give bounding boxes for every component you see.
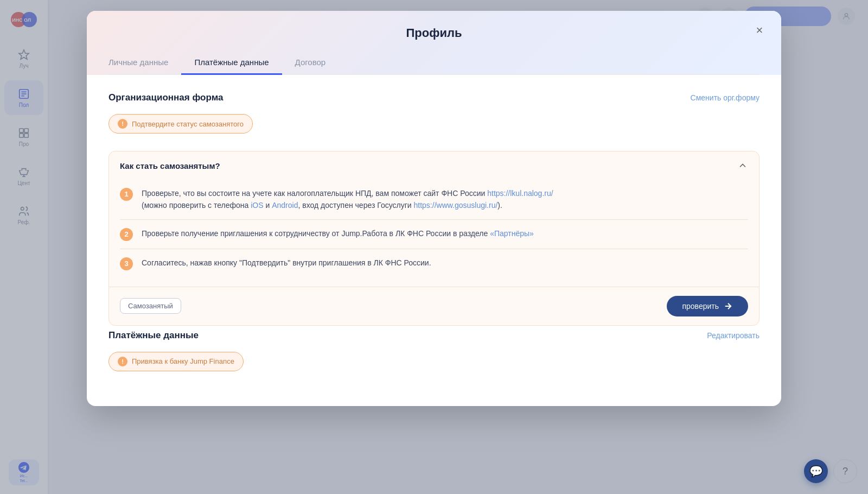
payment-section-title: Платёжные данные — [108, 330, 199, 341]
step-3-num: 3 — [120, 257, 133, 270]
tab-payment[interactable]: Платёжные данные — [181, 51, 282, 75]
self-employed-tag: Самозанятый — [120, 298, 181, 314]
step-1: 1 Проверьте, что вы состоите на учете ка… — [120, 180, 748, 219]
payment-warning-badge: ! Привязка к банку Jump Finance — [108, 352, 244, 371]
verify-button-label: проверить — [682, 302, 719, 311]
change-org-link[interactable]: Сменить орг.форму — [691, 93, 760, 102]
step-3-text: Согласитесь, нажав кнопку "Подтвердить" … — [142, 257, 748, 270]
modal-overlay: Профиль × Личные данные Платёжные данные… — [0, 0, 868, 494]
android-link[interactable]: Android — [272, 201, 298, 210]
howto-header[interactable]: Как стать самозанятым? — [109, 151, 759, 180]
howto-steps: 1 Проверьте, что вы состоите на учете ка… — [109, 180, 759, 287]
step-2: 2 Проверьте получение приглашения к сотр… — [120, 219, 748, 249]
edit-payment-link[interactable]: Редактировать — [707, 331, 760, 340]
payment-warning-icon: ! — [118, 357, 127, 366]
modal-body: Организационная форма Сменить орг.форму … — [87, 75, 781, 406]
payment-section-header: Платёжные данные Редактировать — [108, 330, 760, 341]
org-section-header: Организационная форма Сменить орг.форму — [108, 92, 760, 103]
org-section-title: Организационная форма — [108, 92, 223, 103]
chat-button[interactable]: 💬 — [804, 459, 828, 483]
chat-icon: 💬 — [809, 465, 823, 478]
partners-link[interactable]: «Партнёры» — [490, 229, 534, 238]
warning-icon: ! — [118, 119, 127, 129]
payment-warning-text: Привязка к банку Jump Finance — [132, 357, 234, 365]
howto-section: Как стать самозанятым? 1 Проверьте, что … — [108, 151, 760, 326]
ios-link[interactable]: iOS — [251, 201, 263, 210]
modal-header: Профиль × Личные данные Платёжные данные… — [87, 11, 781, 75]
profile-modal: Профиль × Личные данные Платёжные данные… — [87, 11, 781, 406]
org-warning-badge: ! Подтвердите статус самозанятого — [108, 114, 253, 134]
step-1-num: 1 — [120, 188, 133, 201]
org-section: Организационная форма Сменить орг.форму … — [108, 92, 760, 134]
gosuslugi-link[interactable]: https://www.gosuslugi.ru/ — [414, 201, 498, 210]
step-2-text: Проверьте получение приглашения к сотруд… — [142, 227, 748, 241]
chevron-up-icon — [737, 160, 748, 171]
verify-button[interactable]: проверить — [667, 296, 748, 316]
payment-section: Платёжные данные Редактировать ! Привязк… — [108, 330, 760, 371]
nalog-link[interactable]: https://lkul.nalog.ru/ — [487, 189, 553, 198]
step-1-text: Проверьте, что вы состоите на учете как … — [142, 187, 748, 212]
howto-bottom: Самозанятый проверить — [109, 287, 759, 325]
tab-personal[interactable]: Личные данные — [108, 51, 181, 75]
step-2-num: 2 — [120, 228, 133, 241]
step-3: 3 Согласитесь, нажав кнопку "Подтвердить… — [120, 249, 748, 278]
modal-close-button[interactable]: × — [751, 22, 768, 39]
modal-tabs: Личные данные Платёжные данные Договор — [108, 51, 760, 75]
tab-contract[interactable]: Договор — [282, 51, 339, 75]
howto-title: Как стать самозанятым? — [120, 161, 220, 170]
org-warning-text: Подтвердите статус самозанятого — [132, 120, 244, 128]
modal-title: Профиль — [108, 26, 760, 51]
arrow-right-icon — [723, 301, 733, 311]
